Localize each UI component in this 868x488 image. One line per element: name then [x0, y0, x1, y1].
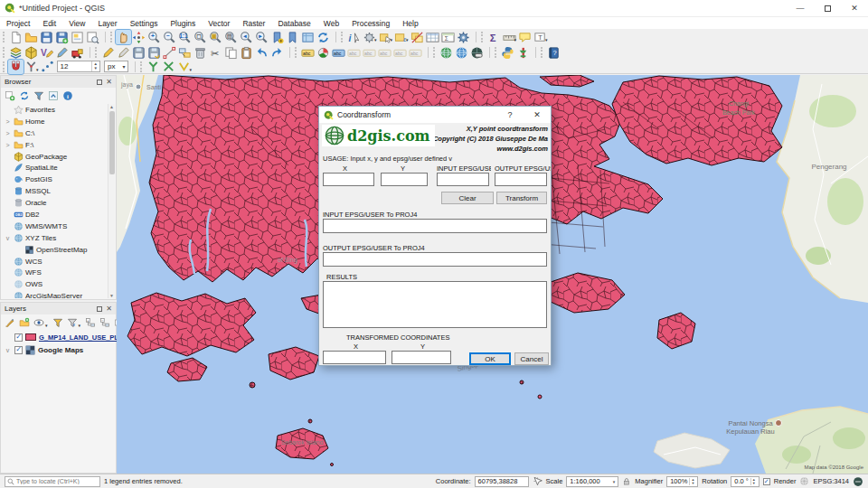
input-proj4-input[interactable] — [323, 219, 547, 233]
browser-item-arcgismapserver[interactable]: ArcGisMapServer — [2, 290, 108, 298]
menu-project[interactable]: Project — [0, 19, 36, 28]
open-layer-styling-button[interactable] — [5, 317, 15, 328]
browser-item-wcs[interactable]: WCS — [2, 256, 108, 267]
filter-legend-button[interactable] — [52, 317, 63, 328]
menu-settings[interactable]: Settings — [124, 19, 165, 28]
data-source-manager-button[interactable] — [8, 45, 24, 60]
select-features-dropdown-icon[interactable]: ▾ — [391, 37, 393, 42]
extents-pointer-icon[interactable] — [533, 476, 542, 486]
refresh-map-button[interactable] — [316, 30, 331, 44]
snapping-toggle-button[interactable] — [8, 60, 24, 74]
epsg-status[interactable]: EPSG:3414 — [813, 477, 849, 485]
zoom-to-layer-button[interactable]: ▤ — [223, 30, 239, 44]
browser-item-db2[interactable]: DB2DB2 — [2, 209, 108, 221]
select-by-expression-dropdown-icon[interactable]: ▾ — [406, 37, 409, 42]
browser-item-mssql[interactable]: MSSQL — [2, 185, 108, 197]
layer-visibility-checkbox[interactable]: ✓ — [14, 333, 23, 342]
expander-icon[interactable]: v — [4, 347, 12, 353]
dialog-close-button[interactable]: ✕ — [525, 110, 549, 119]
expander-icon[interactable]: > — [4, 118, 12, 125]
collapse-all-button[interactable] — [48, 90, 59, 101]
current-edits-button[interactable] — [100, 45, 116, 60]
save-project-as-button[interactable] — [54, 30, 70, 44]
menu-raster[interactable]: Raster — [236, 19, 271, 28]
new-temporary-scratch-layer-button[interactable] — [54, 45, 70, 60]
results-textarea[interactable] — [323, 281, 547, 328]
transformed-x-input[interactable] — [323, 351, 386, 364]
new-shapefile-layer-button[interactable]: V — [39, 45, 54, 60]
zoom-last-button[interactable]: ◂ — [239, 30, 254, 44]
redo-button[interactable] — [269, 45, 285, 60]
copy-features-button[interactable] — [223, 45, 239, 60]
topology-checker-button[interactable] — [146, 60, 161, 74]
menu-layer[interactable]: Layer — [91, 19, 123, 28]
filter-by-expression-button[interactable]: ε — [67, 317, 78, 328]
new-print-layout-button[interactable] — [70, 30, 85, 44]
dialog-help-button[interactable]: ? — [498, 110, 522, 119]
locator-box[interactable] — [5, 476, 100, 487]
menu-vector[interactable]: Vector — [202, 19, 236, 28]
layer-visibility-checkbox[interactable]: ✓ — [14, 346, 23, 354]
menu-help[interactable]: Help — [396, 19, 424, 28]
cut-features-button[interactable]: ✂ — [208, 45, 223, 60]
enable-tracing-button[interactable] — [40, 60, 55, 74]
browser-scrollbar[interactable]: ▲ ▼ — [108, 104, 115, 298]
ok-button[interactable]: OK — [469, 352, 511, 365]
expander-icon[interactable]: > — [4, 142, 12, 148]
menu-web[interactable]: Web — [317, 19, 345, 28]
paste-features-button[interactable] — [239, 45, 254, 60]
add-selected-layers-button[interactable] — [5, 90, 15, 101]
filter-browser-button[interactable] — [33, 90, 44, 101]
metasearch-button[interactable] — [439, 45, 454, 60]
zoom-out-button[interactable]: − — [162, 30, 177, 44]
field-calculator-button[interactable]: Σ — [440, 30, 456, 44]
layer-item-g-mp14-land-use-pl[interactable]: ✓G_MP14_LAND_USE_PL — [2, 331, 115, 343]
snapping-options-dropdown-icon[interactable]: ▾ — [36, 67, 39, 72]
dialog-titlebar[interactable]: Coordtransform ? ✕ — [319, 107, 551, 123]
undo-button[interactable] — [254, 45, 269, 60]
output-epsg-input[interactable] — [495, 173, 547, 186]
snapping-tolerance-input[interactable]: 12▲▼ — [57, 61, 100, 72]
modify-attributes-button[interactable] — [177, 45, 193, 60]
text-annotation-dropdown-icon[interactable]: ▾ — [545, 37, 548, 42]
geometry-checker-button[interactable] — [161, 60, 176, 74]
zoom-to-selection-button[interactable]: ▣ — [208, 30, 223, 44]
snapping-units-combo[interactable]: px▾ — [104, 61, 128, 72]
expander-icon[interactable]: > — [4, 130, 12, 136]
browser-item-wms-wmts[interactable]: WMS/WMTS — [2, 221, 108, 232]
browser-item-home[interactable]: >Home — [2, 116, 108, 127]
expand-all-button[interactable]: + — [85, 317, 96, 328]
show-properties-widget-button[interactable]: i — [62, 90, 73, 101]
street-view-button[interactable] — [469, 45, 485, 60]
y-input[interactable] — [381, 173, 428, 186]
clear-button[interactable]: Clear — [441, 192, 494, 204]
web-service-button[interactable] — [454, 45, 469, 60]
browser-item-c-[interactable]: >C:\ — [2, 127, 108, 139]
close-panel-icon[interactable]: ✕ — [106, 305, 112, 313]
manage-map-themes-button[interactable] — [33, 317, 44, 328]
browser-item-xyz-tiles[interactable]: vXYZ Tiles — [2, 232, 108, 244]
deselect-all-button[interactable] — [410, 30, 425, 44]
new-virtual-layer-button[interactable] — [70, 45, 85, 60]
expander-icon[interactable]: v — [4, 235, 12, 241]
options-button[interactable] — [456, 30, 471, 44]
render-checkbox[interactable]: ✓ — [763, 478, 770, 485]
save-layer-edits-button[interactable] — [131, 45, 146, 60]
zoom-native-button[interactable]: 1:1 — [177, 30, 193, 44]
close-panel-icon[interactable]: ✕ — [106, 78, 112, 86]
transformed-y-input[interactable] — [392, 351, 451, 364]
new-bookmark-button[interactable] — [269, 30, 285, 44]
scale-combo[interactable]: 1:160,000▾ — [566, 476, 618, 487]
layout-manager-button[interactable] — [85, 30, 100, 44]
lock-scale-icon[interactable] — [622, 477, 631, 486]
new-project-button[interactable] — [8, 30, 24, 44]
pan-map-button[interactable] — [116, 30, 131, 44]
layer-item-google-maps[interactable]: v✓Google Maps — [2, 343, 115, 356]
browser-item-oracle[interactable]: Oracle — [2, 197, 108, 209]
open-attribute-table-button[interactable] — [425, 30, 440, 44]
layer-labeling-button[interactable]: abc — [300, 45, 316, 60]
pan-to-selection-button[interactable] — [131, 30, 146, 44]
browser-item-ows[interactable]: OWS — [2, 278, 108, 290]
delete-selected-button[interactable] — [193, 45, 208, 60]
scroll-down-icon[interactable]: ▼ — [109, 293, 114, 298]
